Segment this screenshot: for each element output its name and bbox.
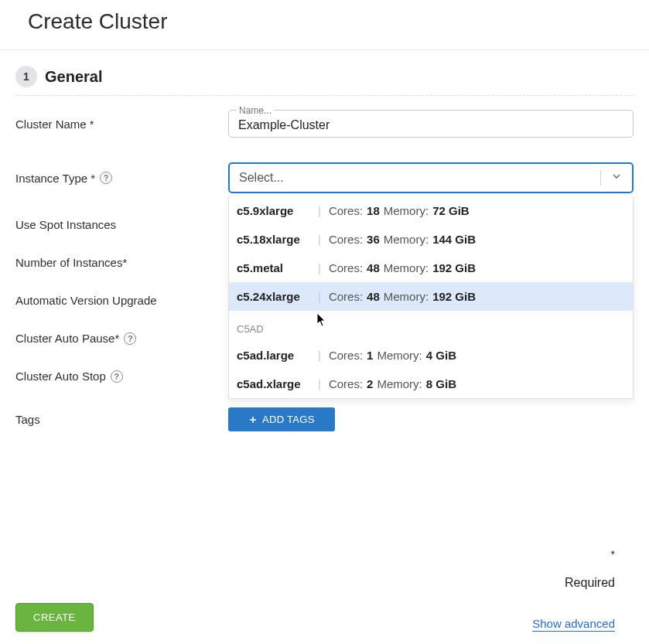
separator-icon: |	[318, 233, 329, 246]
option-meta: Cores:1 Memory:4 GiB	[329, 349, 456, 362]
num-instances-label: Number of Instances*	[15, 256, 228, 269]
separator-icon: |	[318, 261, 329, 274]
section-title: General	[45, 68, 102, 86]
help-icon[interactable]: ?	[100, 172, 112, 184]
instance-type-dropdown[interactable]: c5.9xlarge|Cores:18 Memory:72 GiBc5.18xl…	[228, 196, 634, 399]
cluster-name-label: Cluster Name *	[15, 118, 228, 131]
divider	[15, 95, 634, 96]
instance-option[interactable]: c5.18xlarge|Cores:36 Memory:144 GiB	[229, 225, 633, 254]
instance-option[interactable]: c5.24xlarge|Cores:48 Memory:192 GiB	[229, 282, 633, 311]
cluster-name-input[interactable]	[238, 117, 623, 132]
option-name: c5.18xlarge	[237, 233, 318, 246]
add-tags-label: ADD TAGS	[262, 414, 315, 425]
chevron-down-icon	[610, 170, 623, 182]
instance-type-select[interactable]: Select...	[228, 162, 634, 193]
required-star: *	[565, 548, 615, 561]
plus-icon	[248, 415, 258, 424]
option-name: c5.9xlarge	[237, 204, 318, 217]
option-meta: Cores:36 Memory:144 GiB	[329, 233, 476, 246]
option-name: c5ad.xlarge	[237, 377, 318, 390]
instance-type-label: Instance Type *	[15, 172, 95, 185]
use-spot-label: Use Spot Instances	[15, 218, 228, 231]
option-meta: Cores:48 Memory:192 GiB	[329, 290, 476, 303]
separator-icon: |	[318, 204, 329, 217]
instance-option[interactable]: c5.9xlarge|Cores:18 Memory:72 GiB	[229, 196, 633, 225]
cluster-name-floating-label: Name...	[237, 105, 274, 116]
option-group-header: C5AD	[229, 311, 633, 341]
auto-pause-label: Cluster Auto Pause*	[15, 332, 119, 345]
option-name: c5.24xlarge	[237, 290, 318, 303]
option-meta: Cores:18 Memory:72 GiB	[329, 204, 470, 217]
instance-option[interactable]: c5ad.xlarge|Cores:2 Memory:8 GiB	[229, 370, 633, 398]
option-name: c5.metal	[237, 261, 318, 274]
option-meta: Cores:2 Memory:8 GiB	[329, 377, 456, 390]
option-name: c5ad.large	[237, 349, 318, 362]
cluster-name-field[interactable]: Name...	[228, 110, 634, 138]
separator-icon: |	[318, 290, 329, 303]
tags-label: Tags	[15, 413, 228, 426]
show-advanced-link[interactable]: Show advanced	[532, 617, 615, 632]
page-title: Create Cluster	[28, 9, 621, 34]
required-text: Required	[565, 576, 615, 590]
option-meta: Cores:48 Memory:192 GiB	[329, 261, 476, 274]
instance-option[interactable]: c5ad.large|Cores:1 Memory:4 GiB	[229, 341, 633, 370]
create-button[interactable]: CREATE	[15, 603, 94, 632]
separator-icon: |	[318, 377, 329, 390]
help-icon[interactable]: ?	[111, 370, 123, 383]
help-icon[interactable]: ?	[124, 332, 136, 345]
add-tags-button[interactable]: ADD TAGS	[228, 407, 335, 431]
separator-icon: |	[318, 349, 329, 362]
step-number: 1	[15, 66, 37, 87]
auto-upgrade-label: Automatic Version Upgrade	[15, 294, 228, 307]
auto-stop-label: Cluster Auto Stop	[15, 370, 106, 383]
select-placeholder: Select...	[239, 171, 284, 185]
instance-option[interactable]: c5.metal|Cores:48 Memory:192 GiB	[229, 254, 633, 282]
